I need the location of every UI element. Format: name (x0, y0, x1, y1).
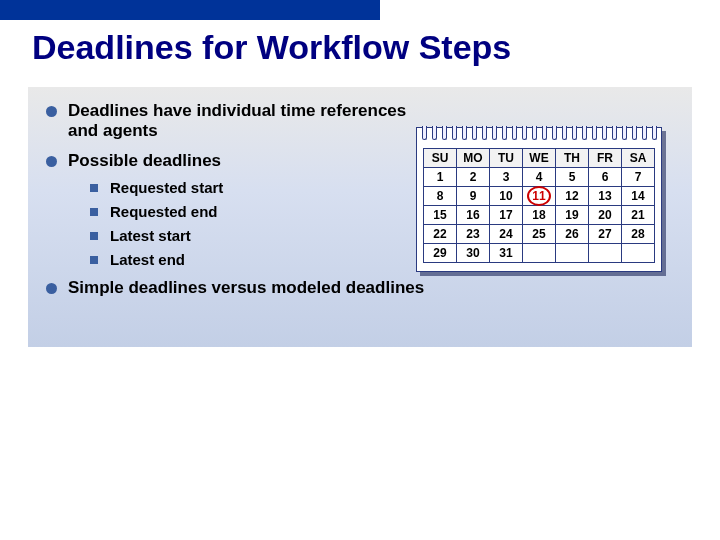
calendar-day-cell: 28 (622, 225, 655, 244)
calendar-day-cell: 10 (490, 187, 523, 206)
calendar-day-cell: 14 (622, 187, 655, 206)
calendar-day-cell (589, 244, 622, 263)
calendar-day-cell: 30 (457, 244, 490, 263)
calendar-header-cell: SU (424, 149, 457, 168)
calendar-day-cell: 15 (424, 206, 457, 225)
calendar-day-cell: 3 (490, 168, 523, 187)
calendar-day-cell: 20 (589, 206, 622, 225)
calendar-table: SUMOTUWETHFRSA 1234567891011121314151617… (423, 148, 655, 263)
calendar-day-cell: 5 (556, 168, 589, 187)
calendar-day-cell: 19 (556, 206, 589, 225)
calendar-header-cell: TH (556, 149, 589, 168)
calendar-day-cell: 21 (622, 206, 655, 225)
calendar-day-cell: 6 (589, 168, 622, 187)
calendar-day-cell: 24 (490, 225, 523, 244)
calendar-day-cell: 4 (523, 168, 556, 187)
calendar-day-cell: 11 (523, 187, 556, 206)
calendar-header-cell: TU (490, 149, 523, 168)
calendar-day-cell: 22 (424, 225, 457, 244)
calendar-graphic: SUMOTUWETHFRSA 1234567891011121314151617… (416, 127, 662, 272)
calendar-day-cell: 26 (556, 225, 589, 244)
calendar-day-cell: 17 (490, 206, 523, 225)
calendar-header-cell: SA (622, 149, 655, 168)
slide-title: Deadlines for Workflow Steps (32, 28, 720, 67)
calendar-day-cell: 8 (424, 187, 457, 206)
calendar-day-cell: 25 (523, 225, 556, 244)
calendar-day-cell: 12 (556, 187, 589, 206)
calendar-day-cell: 18 (523, 206, 556, 225)
calendar-binding (417, 128, 661, 144)
calendar-header-cell: FR (589, 149, 622, 168)
calendar-day-cell: 2 (457, 168, 490, 187)
calendar-day-cell (622, 244, 655, 263)
calendar-header-cell: MO (457, 149, 490, 168)
calendar-day-cell: 16 (457, 206, 490, 225)
calendar-day-cell (556, 244, 589, 263)
content-panel: Deadlines have individual time reference… (28, 87, 692, 347)
bullet-text: Possible deadlines (68, 151, 221, 170)
calendar-day-cell: 31 (490, 244, 523, 263)
bullet-item: Simple deadlines versus modeled deadline… (46, 278, 674, 298)
calendar-header-cell: WE (523, 149, 556, 168)
calendar-day-cell: 1 (424, 168, 457, 187)
bullet-text: Deadlines have individual time reference… (68, 101, 408, 141)
calendar-day-cell: 23 (457, 225, 490, 244)
calendar-day-cell: 13 (589, 187, 622, 206)
calendar-day-cell (523, 244, 556, 263)
calendar-day-cell: 29 (424, 244, 457, 263)
calendar-day-cell: 27 (589, 225, 622, 244)
calendar-day-cell: 9 (457, 187, 490, 206)
header-accent-bar (0, 0, 380, 20)
calendar-day-cell: 7 (622, 168, 655, 187)
